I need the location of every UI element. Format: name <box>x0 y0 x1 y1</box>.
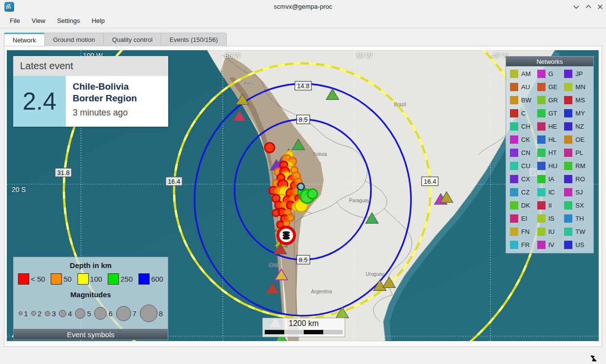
network-item-SJ[interactable]: SJ <box>564 188 590 196</box>
network-item-NZ[interactable]: NZ <box>564 122 590 131</box>
menu-file[interactable]: File <box>5 15 25 26</box>
network-color-swatch <box>510 109 518 117</box>
network-item-SX[interactable]: SX <box>564 201 590 210</box>
network-item-HU[interactable]: HU <box>537 162 564 170</box>
network-item-RO[interactable]: RO <box>564 175 590 183</box>
network-code-label: DK <box>521 202 530 209</box>
network-item-TH[interactable]: TH <box>564 214 590 223</box>
network-color-swatch <box>564 162 572 170</box>
tab-quality-control[interactable]: Quality control <box>104 33 161 46</box>
magnitude-circle <box>19 311 22 315</box>
network-code-label: IC <box>548 189 555 196</box>
network-color-swatch <box>537 175 546 183</box>
networks-panel: Networks AMGJPAUGEMNBWGRMSCGTMYCHHENZCKH… <box>506 56 594 253</box>
depth-bin-label: 100 <box>90 275 102 283</box>
network-code-label: IU <box>548 228 555 235</box>
network-code-label: II <box>548 202 552 209</box>
depth-bin: 50 <box>51 273 72 285</box>
magnitude-label: 1 <box>24 309 28 318</box>
network-item-FR[interactable]: FR <box>510 241 536 249</box>
network-item-CN[interactable]: CN <box>510 149 536 157</box>
network-item-MS[interactable]: MS <box>564 96 590 104</box>
network-item-GR[interactable]: GR <box>537 96 564 104</box>
close-button[interactable] <box>595 2 605 11</box>
tab-ground-motion[interactable]: Ground motion <box>45 33 104 46</box>
network-item-GE[interactable]: GE <box>537 83 564 91</box>
network-color-swatch <box>537 214 546 223</box>
magnitude-label: 6 <box>108 309 112 318</box>
network-code-label: GR <box>548 96 558 104</box>
menu-view[interactable]: View <box>27 15 50 26</box>
network-code-label: CU <box>521 162 530 170</box>
network-code-label: G <box>548 70 553 77</box>
network-code-label: CX <box>521 175 530 183</box>
network-code-label: SX <box>575 202 584 209</box>
travel-time-label: 14.8 <box>294 81 312 91</box>
depth-bin-label: < 50 <box>31 275 45 283</box>
depth-color-swatch <box>18 273 29 285</box>
network-item-HT[interactable]: HT <box>537 149 564 157</box>
network-item-II[interactable]: II <box>537 201 564 210</box>
magnitude-item: 2 <box>31 309 41 318</box>
event-marker[interactable] <box>265 143 274 153</box>
network-item-G[interactable]: G <box>537 70 564 78</box>
menu-help[interactable]: Help <box>87 15 110 26</box>
latest-event-magnitude: 2.4 <box>13 76 66 127</box>
event-marker[interactable] <box>297 183 304 190</box>
network-item-HE[interactable]: HE <box>537 122 564 131</box>
network-item-OE[interactable]: OE <box>564 135 590 144</box>
network-code-label: RO <box>575 175 585 183</box>
network-item-MY[interactable]: MY <box>564 109 590 117</box>
network-item-IV[interactable]: IV <box>537 241 564 249</box>
maximize-button[interactable] <box>584 2 593 11</box>
network-item-TW[interactable]: TW <box>564 228 590 236</box>
latest-event-region-line2: Border Region <box>73 93 137 104</box>
network-item-CX[interactable]: CX <box>510 175 536 183</box>
network-item-MN[interactable]: MN <box>564 83 590 91</box>
network-item-IS[interactable]: IS <box>537 214 564 223</box>
network-item-IA[interactable]: IA <box>537 175 564 183</box>
network-code-label: RM <box>575 162 585 170</box>
network-item-BW[interactable]: BW <box>510 96 536 104</box>
minimize-button[interactable] <box>571 2 581 11</box>
tab-events-150-156-[interactable]: Events (150/156) <box>161 33 227 46</box>
event-marker[interactable] <box>308 189 317 199</box>
magnitude-item: 3 <box>45 309 56 318</box>
network-color-swatch <box>564 109 572 117</box>
magnitude-label: 8 <box>159 309 163 318</box>
network-item-US[interactable]: US <box>564 241 590 249</box>
network-item-FN[interactable]: FN <box>510 228 536 236</box>
network-item-AU[interactable]: AU <box>510 83 536 91</box>
network-item-DK[interactable]: DK <box>510 201 536 210</box>
parallel-label: 20 S <box>12 186 26 193</box>
latest-event-marker[interactable] <box>278 227 294 244</box>
networks-panel-title[interactable]: Networks <box>506 57 593 66</box>
resize-grip-icon[interactable] <box>587 353 598 364</box>
network-code-label: AM <box>521 70 531 77</box>
network-item-C[interactable]: C <box>510 109 536 117</box>
network-item-RM[interactable]: RM <box>564 162 590 170</box>
magnitude-circle <box>94 307 107 320</box>
network-item-CZ[interactable]: CZ <box>510 188 536 196</box>
network-item-IU[interactable]: IU <box>537 228 564 236</box>
network-item-CK[interactable]: CK <box>510 135 536 144</box>
network-item-CU[interactable]: CU <box>510 162 536 170</box>
network-item-PL[interactable]: PL <box>564 149 590 157</box>
network-code-label: MN <box>575 83 585 91</box>
network-item-JP[interactable]: JP <box>564 70 590 78</box>
event-marker[interactable] <box>287 214 294 221</box>
tab-network[interactable]: Network <box>4 33 45 46</box>
network-item-AM[interactable]: AM <box>510 70 536 78</box>
title-bar[interactable]: scmvx@gempa-proc <box>0 0 606 14</box>
network-item-HL[interactable]: HL <box>537 135 564 144</box>
network-code-label: JP <box>575 70 583 77</box>
network-item-GT[interactable]: GT <box>537 109 564 117</box>
network-item-CH[interactable]: CH <box>510 122 536 131</box>
network-color-swatch <box>537 162 546 170</box>
network-item-IC[interactable]: IC <box>537 188 564 196</box>
event-marker[interactable] <box>273 210 279 216</box>
event-symbols-footer[interactable]: Event symbols <box>14 329 168 340</box>
scale-bar-segments <box>265 330 343 334</box>
menu-settings[interactable]: Settings <box>52 15 85 26</box>
network-item-EI[interactable]: EI <box>510 214 536 223</box>
